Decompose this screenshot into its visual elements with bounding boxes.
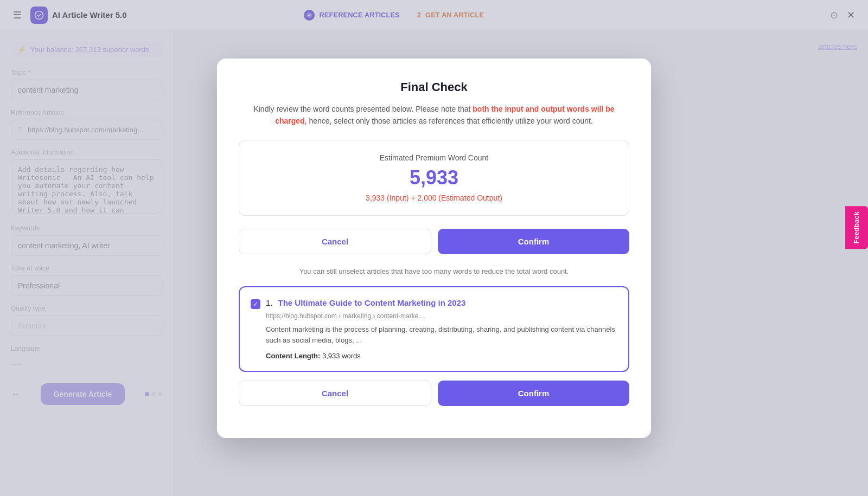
- confirm-button-top[interactable]: Confirm: [438, 229, 629, 254]
- final-check-modal: Final Check Kindly review the word count…: [217, 59, 651, 438]
- wc-number: 5,933: [257, 166, 611, 189]
- cancel-button-top[interactable]: Cancel: [239, 229, 431, 254]
- word-count-box: Estimated Premium Word Count 5,933 3,933…: [239, 140, 629, 216]
- confirm-button-bottom[interactable]: Confirm: [438, 381, 629, 406]
- modal-desc-plain: Kindly review the word counts presented …: [253, 105, 473, 113]
- modal-title: Final Check: [239, 80, 629, 94]
- article-url: https://blog.hubspot.com › marketing › c…: [251, 312, 617, 320]
- feedback-wrapper: Feedback: [845, 206, 868, 249]
- article-content-length: Content Length: 3,933 words: [251, 352, 617, 360]
- article-header: ✓ 1. The Ultimate Guide to Content Marke…: [251, 298, 617, 309]
- modal-desc-end: , hence, select only those articles as r…: [305, 117, 593, 125]
- article-number: 1.: [266, 298, 273, 307]
- modal-top-actions: Cancel Confirm: [239, 229, 629, 254]
- content-length-label: Content Length:: [266, 352, 320, 360]
- article-checkbox[interactable]: ✓: [251, 299, 260, 309]
- article-item: ✓ 1. The Ultimate Guide to Content Marke…: [239, 286, 629, 372]
- article-title-link[interactable]: The Ultimate Guide to Content Marketing …: [278, 298, 466, 307]
- article-description: Content marketing is the process of plan…: [251, 324, 617, 345]
- content-length-value: 3,933 words: [322, 352, 361, 360]
- wc-breakdown: 3,933 (Input) + 2,000 (Estimated Output): [257, 194, 611, 202]
- modal-hint: You can still unselect articles that hav…: [239, 267, 629, 275]
- feedback-button[interactable]: Feedback: [845, 206, 868, 249]
- article-list: ✓ 1. The Ultimate Guide to Content Marke…: [239, 286, 629, 372]
- modal-overlay: Final Check Kindly review the word count…: [0, 0, 868, 496]
- wc-label: Estimated Premium Word Count: [257, 153, 611, 162]
- cancel-button-bottom[interactable]: Cancel: [239, 381, 431, 406]
- modal-description: Kindly review the word counts presented …: [239, 103, 629, 127]
- modal-bottom-actions: Cancel Confirm: [239, 381, 629, 406]
